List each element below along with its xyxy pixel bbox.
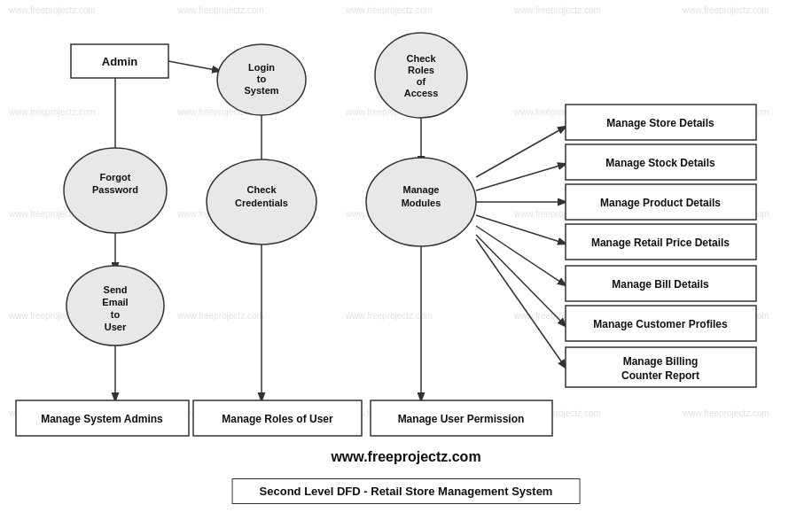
svg-text:www.freeprojectz.com: www.freeprojectz.com	[8, 5, 96, 15]
svg-line-57	[476, 215, 566, 244]
svg-text:Check: Check	[246, 184, 277, 195]
manage-retail-price-details-label: Manage Retail Price Details	[591, 237, 730, 249]
svg-text:to: to	[111, 309, 121, 320]
svg-text:www.freeprojectz.com: www.freeprojectz.com	[345, 5, 433, 15]
svg-line-54	[476, 127, 566, 177]
manage-billing-counter-report-label-2: Counter Report	[621, 369, 699, 382]
svg-line-60	[476, 239, 566, 368]
manage-user-permission-label: Manage User Permission	[398, 413, 525, 425]
svg-text:www.freeprojectz.com: www.freeprojectz.com	[176, 311, 264, 321]
svg-text:Access: Access	[404, 88, 439, 98]
svg-text:Manage: Manage	[403, 184, 440, 195]
diagram-title: Second Level DFD - Retail Store Manageme…	[232, 478, 581, 504]
svg-text:www.freeprojectz.com: www.freeprojectz.com	[682, 5, 769, 15]
manage-system-admins-label: Manage System Admins	[41, 413, 163, 425]
manage-customer-profiles-label: Manage Customer Profiles	[593, 318, 728, 330]
svg-text:System: System	[244, 85, 278, 96]
svg-text:Forgot: Forgot	[100, 172, 131, 182]
svg-text:Login: Login	[248, 62, 275, 73]
svg-text:www.freeprojectz.com: www.freeprojectz.com	[513, 5, 601, 15]
svg-line-26	[168, 61, 220, 71]
svg-text:of: of	[417, 76, 426, 87]
manage-roles-of-user-label: Manage Roles of User	[222, 413, 333, 425]
svg-text:www.freeprojectz.com: www.freeprojectz.com	[8, 107, 96, 117]
svg-line-55	[476, 164, 566, 190]
svg-text:User: User	[105, 322, 127, 332]
svg-text:www.freeprojectz.com: www.freeprojectz.com	[682, 408, 769, 418]
svg-text:to: to	[257, 74, 267, 84]
manage-billing-counter-report-label-1: Manage Billing	[623, 355, 699, 368]
manage-store-details-label: Manage Store Details	[606, 117, 714, 129]
svg-text:Modules: Modules	[402, 198, 441, 208]
svg-line-58	[476, 226, 566, 285]
admin-label: Admin	[102, 55, 138, 68]
svg-text:www.freeprojectz.com: www.freeprojectz.com	[345, 311, 433, 321]
manage-product-details-label: Manage Product Details	[600, 197, 721, 209]
svg-text:Roles: Roles	[408, 65, 434, 75]
svg-text:Password: Password	[92, 184, 138, 195]
svg-text:Email: Email	[102, 297, 128, 307]
svg-text:Credentials: Credentials	[235, 198, 288, 208]
svg-point-31	[375, 33, 467, 118]
dfd-diagram: www.freeprojectz.com www.freeprojectz.co…	[0, 0, 812, 520]
svg-text:www.freeprojectz.com: www.freeprojectz.com	[176, 5, 264, 15]
manage-stock-details-label: Manage Stock Details	[605, 157, 715, 169]
svg-text:Check: Check	[406, 53, 436, 64]
svg-text:Send: Send	[104, 284, 128, 295]
manage-bill-details-label: Manage Bill Details	[612, 278, 709, 291]
website-label: www.freeprojectz.com	[331, 449, 480, 465]
diagram-container: www.freeprojectz.com www.freeprojectz.co…	[0, 0, 812, 520]
